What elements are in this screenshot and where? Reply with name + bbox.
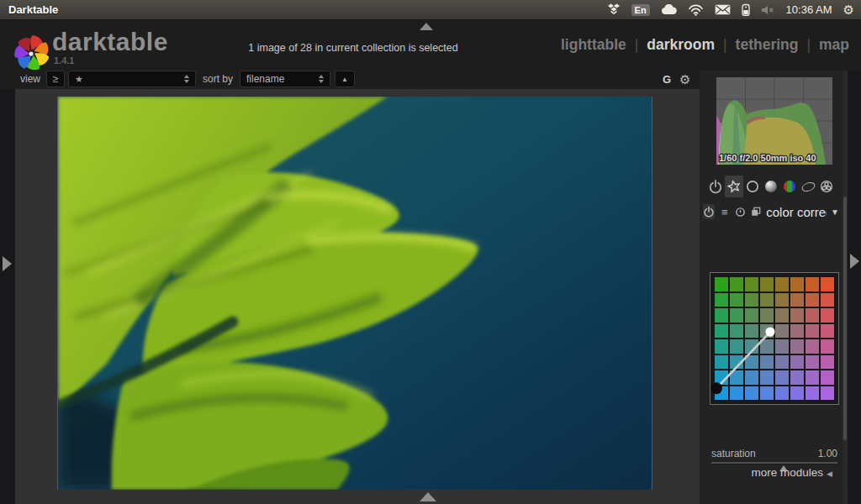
module-header-color-correction[interactable]: ≡ color correctio ▼ xyxy=(703,202,839,222)
color-grid-cell[interactable] xyxy=(775,370,789,385)
session-menu-gear-icon[interactable]: ⚙ xyxy=(843,3,854,16)
grouping-toggle[interactable]: G xyxy=(663,73,671,86)
color-grid-cell[interactable] xyxy=(775,308,789,323)
module-instance-icon[interactable] xyxy=(750,204,762,219)
more-modules-toggle[interactable]: more modules◀ xyxy=(700,466,832,479)
color-grid-cell[interactable] xyxy=(730,355,743,370)
color-grid-cell[interactable] xyxy=(745,324,758,339)
color-grid-cell[interactable] xyxy=(806,293,819,307)
color-grid-cell[interactable] xyxy=(760,386,774,401)
color-grid-cell[interactable] xyxy=(715,355,728,370)
module-reset-icon[interactable] xyxy=(735,204,747,219)
left-panel-expander-icon[interactable] xyxy=(3,256,12,271)
color-grid-cell[interactable] xyxy=(715,293,728,307)
right-panel-collapse-icon[interactable] xyxy=(850,254,859,269)
color-grid-cell[interactable] xyxy=(775,277,789,291)
color-grid-cell[interactable] xyxy=(760,339,774,354)
saturation-track[interactable] xyxy=(711,462,837,465)
rating-filter-dropdown[interactable]: ★ xyxy=(68,71,196,87)
color-grid-cell[interactable] xyxy=(730,293,743,307)
cloud-icon[interactable] xyxy=(661,4,677,15)
color-grid-cell[interactable] xyxy=(730,339,743,354)
nav-map[interactable]: map xyxy=(819,36,849,54)
color-grid[interactable] xyxy=(715,277,834,400)
color-grid-cell[interactable] xyxy=(730,324,743,339)
color-grid-cell[interactable] xyxy=(760,308,774,323)
color-grid-cell[interactable] xyxy=(730,277,743,291)
color-grid-cell[interactable] xyxy=(821,370,834,385)
keyboard-layout-indicator[interactable]: En xyxy=(631,4,650,16)
color-grid-cell[interactable] xyxy=(775,386,789,401)
sort-field-dropdown[interactable]: filename xyxy=(240,71,330,87)
basic-group-circle-icon[interactable] xyxy=(743,176,762,197)
nav-tethering[interactable]: tethering xyxy=(736,36,799,54)
correction-group-icon[interactable] xyxy=(799,176,817,197)
dropbox-icon[interactable] xyxy=(607,3,621,16)
module-expand-icon[interactable]: ▼ xyxy=(831,207,839,217)
color-grid-cell[interactable] xyxy=(806,355,819,370)
color-grid-cell[interactable] xyxy=(730,370,743,385)
nav-lighttable[interactable]: lighttable xyxy=(561,36,626,54)
color-grid-cell[interactable] xyxy=(821,324,834,339)
color-grid-cell[interactable] xyxy=(790,308,804,323)
color-grid-cell[interactable] xyxy=(821,339,834,354)
color-grid-cell[interactable] xyxy=(821,386,834,401)
histogram[interactable]: 1/60 f/2.0 50mm iso 40 xyxy=(716,77,832,165)
module-presets-icon[interactable]: ≡ xyxy=(719,204,731,219)
color-grid-cell[interactable] xyxy=(745,370,758,385)
color-grid-cell[interactable] xyxy=(745,293,758,307)
color-grid-cell[interactable] xyxy=(775,355,789,370)
color-grid-cell[interactable] xyxy=(760,277,774,291)
color-grid-cell[interactable] xyxy=(790,277,804,291)
color-grid-cell[interactable] xyxy=(715,339,728,354)
filter-comparator-button[interactable]: ≥ xyxy=(46,71,65,87)
saturation-slider[interactable]: saturation 1.00 xyxy=(711,448,837,465)
preferences-gear-icon[interactable]: ⚙ xyxy=(679,72,690,87)
color-grid-cell[interactable] xyxy=(715,308,728,323)
wifi-icon[interactable] xyxy=(688,4,704,16)
photo-flower-macro[interactable] xyxy=(57,97,652,490)
color-grid-cell[interactable] xyxy=(790,339,804,354)
color-grid-cell[interactable] xyxy=(715,386,728,401)
color-grid-cell[interactable] xyxy=(775,293,789,307)
color-grid-cell[interactable] xyxy=(806,277,819,291)
color-grid-cell[interactable] xyxy=(790,293,804,307)
sort-direction-button[interactable]: ▲ xyxy=(335,71,355,87)
color-grid-cell[interactable] xyxy=(790,386,804,401)
color-group-icon[interactable] xyxy=(780,176,799,197)
color-grid-cell[interactable] xyxy=(760,293,774,307)
color-grid-cell[interactable] xyxy=(760,324,774,339)
volume-muted-icon[interactable] xyxy=(761,5,775,15)
color-grid-cell[interactable] xyxy=(760,355,774,370)
color-grid-cell[interactable] xyxy=(775,324,789,339)
color-grid-cell[interactable] xyxy=(790,355,804,370)
color-grid-cell[interactable] xyxy=(790,370,804,385)
color-grid-cell[interactable] xyxy=(745,355,758,370)
battery-icon[interactable] xyxy=(742,3,750,16)
color-grid-cell[interactable] xyxy=(821,293,834,307)
color-grid-cell[interactable] xyxy=(806,339,819,354)
color-grid-cell[interactable] xyxy=(745,386,758,401)
color-grid-cell[interactable] xyxy=(821,355,834,370)
color-grid-cell[interactable] xyxy=(730,308,743,323)
color-grid-cell[interactable] xyxy=(715,370,728,385)
nav-darkroom[interactable]: darkroom xyxy=(647,36,715,54)
color-grid-cell[interactable] xyxy=(821,308,834,323)
top-panel-expander-icon[interactable] xyxy=(420,23,433,30)
module-power-icon[interactable] xyxy=(703,204,715,219)
bottom-panel-expander-icon[interactable] xyxy=(420,492,436,501)
color-grid-cell[interactable] xyxy=(806,370,819,385)
color-grid-cell[interactable] xyxy=(715,324,728,339)
mail-icon[interactable] xyxy=(715,4,731,15)
color-grid-cell[interactable] xyxy=(806,386,819,401)
color-grid-cell[interactable] xyxy=(790,324,804,339)
color-grid-cell[interactable] xyxy=(775,339,789,354)
color-grid-cell[interactable] xyxy=(745,339,758,354)
tone-group-icon[interactable] xyxy=(762,176,780,197)
favorites-group-star-icon[interactable] xyxy=(725,176,743,197)
color-grid-cell[interactable] xyxy=(745,277,758,291)
effect-group-icon[interactable] xyxy=(817,176,836,197)
color-grid-cell[interactable] xyxy=(821,277,834,291)
color-grid-cell[interactable] xyxy=(806,308,819,323)
active-modules-group-power-icon[interactable] xyxy=(706,176,725,197)
